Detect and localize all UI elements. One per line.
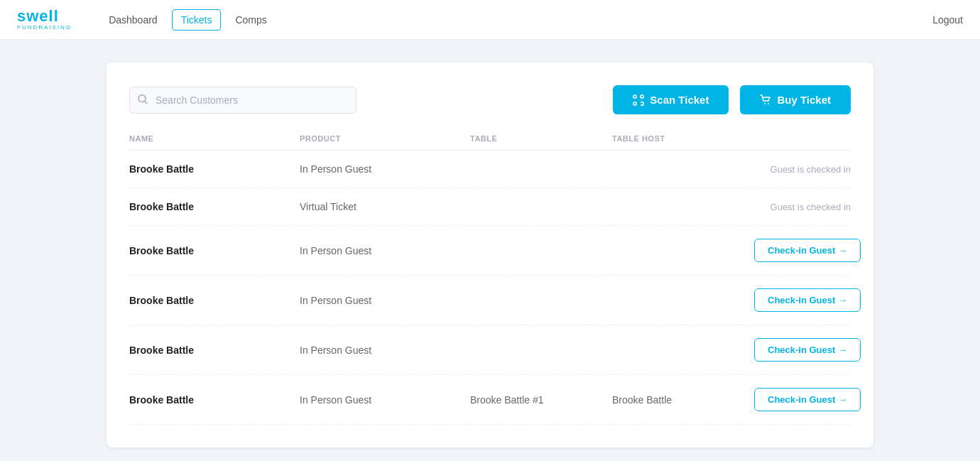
cell-product: In Person Guest: [300, 295, 470, 306]
nav-links: Dashboard Tickets Comps: [100, 9, 932, 31]
cell-product: Virtual Ticket: [300, 201, 470, 212]
cell-table: Brooke Battle #1: [470, 394, 612, 406]
search-icon: [138, 94, 148, 106]
cell-product: In Person Guest: [300, 245, 470, 256]
checkin-guest-button[interactable]: Check-in Guest →: [754, 288, 861, 312]
col-product: PRODUCT: [300, 134, 470, 143]
scan-ticket-label: Scan Ticket: [650, 94, 709, 106]
cell-name: Brooke Battle: [129, 394, 300, 406]
table-row: Brooke Battle In Person Guest Check-in G…: [129, 226, 851, 276]
search-input[interactable]: [129, 87, 356, 114]
cell-name: Brooke Battle: [129, 245, 300, 256]
table-row: Brooke Battle In Person Guest Guest is c…: [129, 151, 851, 188]
cell-name: Brooke Battle: [129, 201, 300, 212]
buy-ticket-button[interactable]: Buy Ticket: [740, 85, 851, 114]
table-row: Brooke Battle In Person Guest Check-in G…: [129, 276, 851, 325]
toolbar: Scan Ticket Buy Ticket: [129, 85, 851, 114]
cell-action: Check-in Guest →: [754, 239, 861, 262]
table-row: Brooke Battle In Person Guest Check-in G…: [129, 325, 851, 375]
cart-icon: [760, 94, 771, 106]
svg-rect-4: [633, 102, 636, 105]
logo: swell FUNDRAISING: [17, 9, 72, 31]
cell-action: Check-in Guest →: [754, 388, 861, 411]
navbar: swell FUNDRAISING Dashboard Tickets Comp…: [0, 0, 980, 40]
table-row: Brooke Battle Virtual Ticket Guest is ch…: [129, 188, 851, 226]
checkin-guest-button[interactable]: Check-in Guest →: [754, 239, 861, 262]
svg-rect-2: [633, 95, 636, 98]
svg-point-9: [768, 103, 769, 104]
col-name: NAME: [129, 134, 300, 143]
cell-product: In Person Guest: [300, 345, 470, 356]
nav-tickets[interactable]: Tickets: [172, 9, 222, 31]
col-table: TABLE: [470, 134, 612, 143]
content-card: Scan Ticket Buy Ticket NAME PRODUCT TABL…: [107, 63, 873, 448]
table-row: Brooke Battle In Person Guest Brooke Bat…: [129, 375, 851, 425]
logo-sub: FUNDRAISING: [17, 24, 72, 31]
cell-host: Brooke Battle: [612, 394, 754, 406]
logout-button[interactable]: Logout: [932, 14, 963, 26]
svg-line-1: [145, 101, 147, 103]
cell-name: Brooke Battle: [129, 163, 300, 175]
logo-text: swell: [17, 9, 72, 24]
scan-ticket-button[interactable]: Scan Ticket: [613, 85, 729, 114]
checked-in-status: Guest is checked in: [771, 164, 851, 175]
cell-action: Check-in Guest →: [754, 288, 861, 312]
cell-action: Check-in Guest →: [754, 338, 861, 362]
table-body: Brooke Battle In Person Guest Guest is c…: [129, 151, 851, 425]
svg-rect-3: [641, 95, 643, 98]
col-action: [754, 134, 851, 143]
table-header: NAME PRODUCT TABLE TABLE HOST: [129, 134, 851, 151]
main-content: Scan Ticket Buy Ticket NAME PRODUCT TABL…: [0, 40, 980, 461]
scan-icon: [633, 94, 644, 106]
checkin-guest-button[interactable]: Check-in Guest →: [754, 388, 861, 411]
cell-action: Guest is checked in: [754, 202, 851, 212]
svg-point-8: [764, 103, 766, 104]
cell-product: In Person Guest: [300, 394, 470, 406]
cell-product: In Person Guest: [300, 163, 470, 175]
cell-name: Brooke Battle: [129, 295, 300, 306]
col-tablehost: TABLE HOST: [612, 134, 754, 143]
buy-ticket-label: Buy Ticket: [777, 94, 831, 106]
nav-dashboard[interactable]: Dashboard: [100, 10, 166, 30]
checkin-guest-button[interactable]: Check-in Guest →: [754, 338, 861, 362]
cell-name: Brooke Battle: [129, 345, 300, 356]
nav-comps[interactable]: Comps: [227, 10, 275, 30]
search-container: [129, 87, 356, 114]
checked-in-status: Guest is checked in: [771, 202, 851, 212]
toolbar-right: Scan Ticket Buy Ticket: [613, 85, 851, 114]
cell-action: Guest is checked in: [754, 164, 851, 175]
